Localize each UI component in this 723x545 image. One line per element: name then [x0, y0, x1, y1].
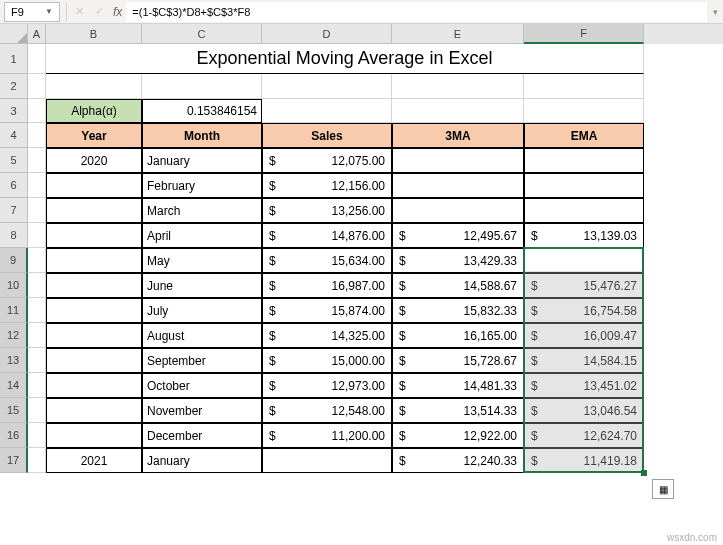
cell-3ma[interactable]: $15,728.67 — [392, 348, 524, 373]
cell-sales[interactable]: $15,874.00 — [262, 298, 392, 323]
cell-sales[interactable]: $14,876.00 — [262, 223, 392, 248]
cell-ema[interactable] — [524, 198, 644, 223]
cell-3ma[interactable]: $15,832.33 — [392, 298, 524, 323]
chevron-down-icon[interactable]: ▼ — [45, 7, 53, 16]
cell-B2[interactable] — [46, 74, 142, 99]
cell-A8[interactable] — [28, 223, 46, 248]
cell-F2[interactable] — [524, 74, 644, 99]
col-header-D[interactable]: D — [262, 24, 392, 44]
cell-sales[interactable]: $15,000.00 — [262, 348, 392, 373]
cell-month[interactable]: March — [142, 198, 262, 223]
row-header-3[interactable]: 3 — [0, 99, 28, 123]
cell-A16[interactable] — [28, 423, 46, 448]
cells-area[interactable]: Exponential Moving Average in ExcelAlpha… — [28, 44, 723, 473]
cell-month[interactable]: December — [142, 423, 262, 448]
cell-sales[interactable]: $14,325.00 — [262, 323, 392, 348]
cell-3ma[interactable] — [392, 198, 524, 223]
cell-A3[interactable] — [28, 99, 46, 123]
cell-month[interactable]: September — [142, 348, 262, 373]
row-header-8[interactable]: 8 — [0, 223, 28, 248]
alpha-value[interactable]: 0.153846154 — [142, 99, 262, 123]
cell-ema[interactable]: $11,419.18 — [524, 448, 644, 473]
cell-A14[interactable] — [28, 373, 46, 398]
col-header-E[interactable]: E — [392, 24, 524, 44]
cell-sales[interactable]: $12,075.00 — [262, 148, 392, 173]
cell-ema[interactable] — [524, 173, 644, 198]
col-header-F[interactable]: F — [524, 24, 644, 44]
cell-ema[interactable]: $16,009.47 — [524, 323, 644, 348]
cell-ema[interactable]: $14,584.15 — [524, 348, 644, 373]
cell-D2[interactable] — [262, 74, 392, 99]
cell-year[interactable]: 2020 — [46, 148, 142, 173]
cell-A11[interactable] — [28, 298, 46, 323]
cell-month[interactable]: October — [142, 373, 262, 398]
row-header-4[interactable]: 4 — [0, 123, 28, 148]
row-header-11[interactable]: 11 — [0, 298, 28, 323]
row-header-9[interactable]: 9 — [0, 248, 28, 273]
cell-3ma[interactable]: $14,481.33 — [392, 373, 524, 398]
cell-year[interactable] — [46, 198, 142, 223]
row-header-7[interactable]: 7 — [0, 198, 28, 223]
cell-month[interactable]: August — [142, 323, 262, 348]
row-header-5[interactable]: 5 — [0, 148, 28, 173]
cell-year[interactable] — [46, 348, 142, 373]
cell-A5[interactable] — [28, 148, 46, 173]
row-header-2[interactable]: 2 — [0, 74, 28, 99]
cell-year[interactable] — [46, 173, 142, 198]
header-ema[interactable]: EMA — [524, 123, 644, 148]
row-header-1[interactable]: 1 — [0, 44, 28, 74]
cell-ema[interactable]: $12,624.70 — [524, 423, 644, 448]
cell-month[interactable]: February — [142, 173, 262, 198]
row-header-10[interactable]: 10 — [0, 273, 28, 298]
cell-ema[interactable]: $13,451.02 — [524, 373, 644, 398]
cell-month[interactable]: April — [142, 223, 262, 248]
cell-month[interactable]: May — [142, 248, 262, 273]
row-header-12[interactable]: 12 — [0, 323, 28, 348]
cell-year[interactable] — [46, 423, 142, 448]
cell-year[interactable] — [46, 248, 142, 273]
cell-sales[interactable]: $12,156.00 — [262, 173, 392, 198]
cell-year[interactable] — [46, 323, 142, 348]
cell-C2[interactable] — [142, 74, 262, 99]
cell-year[interactable] — [46, 373, 142, 398]
cell-3ma[interactable]: $13,429.33 — [392, 248, 524, 273]
cell-3ma[interactable] — [392, 148, 524, 173]
cell-sales[interactable]: $12,548.00 — [262, 398, 392, 423]
cell-year[interactable] — [46, 223, 142, 248]
cell-3ma[interactable]: $14,588.67 — [392, 273, 524, 298]
cell-year[interactable] — [46, 398, 142, 423]
cell-A17[interactable] — [28, 448, 46, 473]
cell-A13[interactable] — [28, 348, 46, 373]
cell-A6[interactable] — [28, 173, 46, 198]
row-header-14[interactable]: 14 — [0, 373, 28, 398]
cell-ema[interactable]: $15,476.27 — [524, 273, 644, 298]
cell-month[interactable]: January — [142, 448, 262, 473]
cell-ema[interactable] — [524, 148, 644, 173]
row-header-17[interactable]: 17 — [0, 448, 28, 473]
page-title[interactable]: Exponential Moving Average in Excel — [46, 44, 644, 74]
alpha-label[interactable]: Alpha(α) — [46, 99, 142, 123]
cell-3ma[interactable]: $12,922.00 — [392, 423, 524, 448]
cell-year[interactable] — [46, 273, 142, 298]
cell-D3[interactable] — [262, 99, 392, 123]
formula-input[interactable] — [126, 2, 707, 22]
col-header-A[interactable]: A — [28, 24, 46, 44]
cell-sales[interactable]: $16,987.00 — [262, 273, 392, 298]
cell-sales[interactable]: $11,200.00 — [262, 423, 392, 448]
col-header-C[interactable]: C — [142, 24, 262, 44]
cell-month[interactable]: November — [142, 398, 262, 423]
cell-ema[interactable]: $14,608.77 — [524, 248, 644, 273]
cell-E3[interactable] — [392, 99, 524, 123]
cell-A7[interactable] — [28, 198, 46, 223]
cell-A9[interactable] — [28, 248, 46, 273]
cell-E2[interactable] — [392, 74, 524, 99]
header-3ma[interactable]: 3MA — [392, 123, 524, 148]
cell-sales[interactable] — [262, 448, 392, 473]
header-month[interactable]: Month — [142, 123, 262, 148]
col-header-B[interactable]: B — [46, 24, 142, 44]
select-all-triangle[interactable] — [0, 24, 28, 44]
header-sales[interactable]: Sales — [262, 123, 392, 148]
row-header-16[interactable]: 16 — [0, 423, 28, 448]
row-header-15[interactable]: 15 — [0, 398, 28, 423]
row-header-6[interactable]: 6 — [0, 173, 28, 198]
